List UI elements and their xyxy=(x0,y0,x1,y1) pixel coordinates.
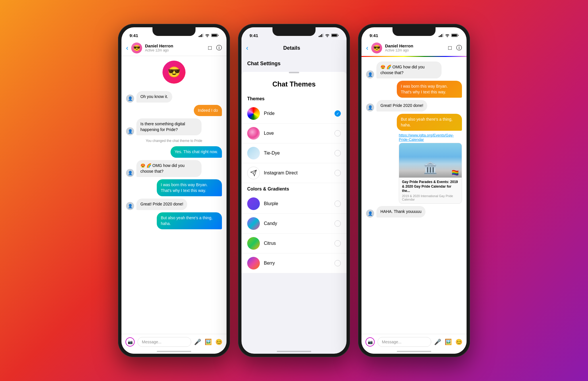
svg-rect-12 xyxy=(439,36,440,37)
video-call-icon-3[interactable]: □ xyxy=(448,45,452,51)
settings-nav-title: Details xyxy=(248,45,335,51)
message-row-3: 👤 Is there something digital happening f… xyxy=(126,118,222,135)
phone-2-screen: 9:41 ‹ Details Chat Settings xyxy=(241,27,347,354)
message-row-1: 👤 Oh you know it. xyxy=(126,91,222,103)
phone-1: 9:41 ‹ 😎 Daniel Herron Active 12m ago xyxy=(118,24,230,357)
tiedye-radio[interactable] xyxy=(334,150,341,156)
blurple-icon xyxy=(247,197,260,210)
video-call-icon[interactable]: □ xyxy=(208,45,212,51)
theme-item-blurple[interactable]: Blurple xyxy=(241,194,347,214)
bubble-p1: 😍 🌈 OMG how did you choose that? xyxy=(376,61,442,78)
info-icon-3[interactable]: ⓘ xyxy=(456,44,462,52)
message-row-5: Yes. This chat right now. xyxy=(126,146,222,158)
bubble-p5: HAHA. Thank youuuuu xyxy=(376,206,425,218)
input-icons-1: 🎤 🖼️ 😊 xyxy=(194,338,223,345)
svg-rect-17 xyxy=(452,34,457,36)
link-url[interactable]: https://www.iglta.org/Events/Gay-Pride-C… xyxy=(399,133,462,142)
candy-name: Candy xyxy=(264,221,334,226)
message-row-p3: 👤 Great! Pride 2020 done! xyxy=(366,100,462,111)
back-button-1[interactable]: ‹ xyxy=(126,44,128,52)
svg-rect-8 xyxy=(321,34,322,37)
status-time-1: 9:41 xyxy=(129,33,138,38)
back-button-3[interactable]: ‹ xyxy=(366,44,368,52)
signal-icon-3 xyxy=(439,34,443,37)
phone-1-screen: 9:41 ‹ 😎 Daniel Herron Active 12m ago xyxy=(121,27,227,354)
svg-rect-7 xyxy=(320,35,321,37)
link-preview-text: Gay Pride Parades & Events: 2019 & 2020 … xyxy=(399,178,462,203)
link-preview: 🏳️‍🌈 Gay Pride Parades & Events: 2019 & … xyxy=(399,143,462,204)
love-radio[interactable] xyxy=(334,130,341,136)
theme-item-tiedye[interactable]: Tie-Dye xyxy=(241,143,347,163)
chat-area-3: 👤 😍 🌈 OMG how did you choose that? I was… xyxy=(361,57,467,334)
status-icons-2 xyxy=(319,34,339,37)
svg-rect-3 xyxy=(203,34,204,37)
nav-user-info-1: Daniel Herron Active 12m ago xyxy=(145,43,205,52)
contact-name-1: Daniel Herron xyxy=(145,43,205,48)
camera-button-1[interactable]: 📷 xyxy=(125,337,135,347)
msg-avatar-1: 👤 xyxy=(126,95,134,103)
wifi-icon xyxy=(205,34,210,37)
berry-name: Berry xyxy=(264,261,334,266)
message-field-1[interactable]: Message... xyxy=(138,337,191,347)
bubble-8: Great! Pride 2020 done! xyxy=(136,199,187,210)
status-icons-1 xyxy=(199,34,218,37)
notch-1 xyxy=(152,27,196,36)
camera-button-3[interactable]: 📷 xyxy=(365,337,375,347)
chat-profile-avatar-1: 😎 xyxy=(163,61,185,84)
avatar-face-3: 😎 xyxy=(371,43,382,53)
msg-avatar-3: 👤 xyxy=(126,127,134,135)
system-message-1: You changed the chat theme to Pride xyxy=(126,139,222,143)
photo-icon-3[interactable]: 🖼️ xyxy=(445,338,452,345)
message-row-6: 👤 😍 🌈 OMG how did you choose that? xyxy=(126,160,222,177)
svg-rect-6 xyxy=(319,36,320,37)
sticker-icon-1[interactable]: 😊 xyxy=(215,338,223,345)
chat-themes-title: Chat Themes xyxy=(241,78,347,93)
photo-icon-1[interactable]: 🖼️ xyxy=(205,338,212,345)
svg-rect-9 xyxy=(323,34,324,37)
candy-radio[interactable] xyxy=(334,220,341,227)
bubble-9: But also yeah there's a thing, haha. xyxy=(157,212,222,229)
info-icon[interactable]: ⓘ xyxy=(216,44,222,52)
battery-icon-3 xyxy=(451,34,459,37)
nav-actions-1: □ ⓘ xyxy=(208,44,222,52)
msg-avatar-p1: 👤 xyxy=(366,70,374,78)
phone-3: 9:41 ‹ 😎 Daniel Herron Active 12m ago xyxy=(358,24,470,357)
blurple-radio[interactable] xyxy=(334,201,341,207)
chat-area-1: 😎 👤 Oh you know it. Indeed I do 👤 Is the… xyxy=(121,56,227,334)
theme-item-candy[interactable]: Candy xyxy=(241,214,347,234)
svg-rect-14 xyxy=(441,34,442,37)
theme-item-instagram[interactable]: Instagram Direct xyxy=(241,163,347,183)
tiedye-theme-icon xyxy=(247,147,260,159)
berry-radio[interactable] xyxy=(334,260,341,266)
theme-item-love[interactable]: Love xyxy=(241,124,347,143)
theme-item-citrus[interactable]: Citrus xyxy=(241,234,347,253)
citrus-icon xyxy=(247,237,260,250)
nav-user-info-3: Daniel Herron Active 12m ago xyxy=(385,43,445,52)
bubble-7: I was born this way Bryan. That's why I … xyxy=(157,179,222,196)
theme-item-pride[interactable]: Pride ✓ xyxy=(241,104,347,124)
message-row-link: https://www.iglta.org/Events/Gay-Pride-C… xyxy=(366,133,462,204)
mic-icon-3[interactable]: 🎤 xyxy=(434,338,441,345)
status-icons-3 xyxy=(439,34,459,37)
message-placeholder-3: Message... xyxy=(382,340,401,344)
sticker-icon-3[interactable]: 😊 xyxy=(455,338,463,345)
citrus-radio[interactable] xyxy=(334,240,341,247)
bubble-p2: I was born this way Bryan. That's why I … xyxy=(397,81,462,98)
wifi-icon-2 xyxy=(325,34,330,37)
pride-radio[interactable]: ✓ xyxy=(334,110,341,117)
home-indicator-1 xyxy=(157,351,191,352)
themes-section-label: Themes xyxy=(241,93,347,104)
mic-icon-1[interactable]: 🎤 xyxy=(194,338,201,345)
message-field-3[interactable]: Message... xyxy=(378,337,431,347)
contact-status-3: Active 12m ago xyxy=(385,48,445,52)
love-theme-name: Love xyxy=(264,131,334,136)
theme-item-berry[interactable]: Berry xyxy=(241,253,347,273)
notch-3 xyxy=(392,27,436,36)
message-row-p4: But also yeah there's a thing, haha. xyxy=(366,114,462,131)
contact-name-3: Daniel Herron xyxy=(385,43,445,48)
instagram-radio[interactable] xyxy=(334,170,341,176)
link-preview-subtitle: 2019 & 2020 International Gay Pride Cale… xyxy=(402,194,459,201)
citrus-name: Citrus xyxy=(264,241,334,246)
message-row-p1: 👤 😍 🌈 OMG how did you choose that? xyxy=(366,61,462,78)
back-button-2[interactable]: ‹ xyxy=(246,44,248,52)
